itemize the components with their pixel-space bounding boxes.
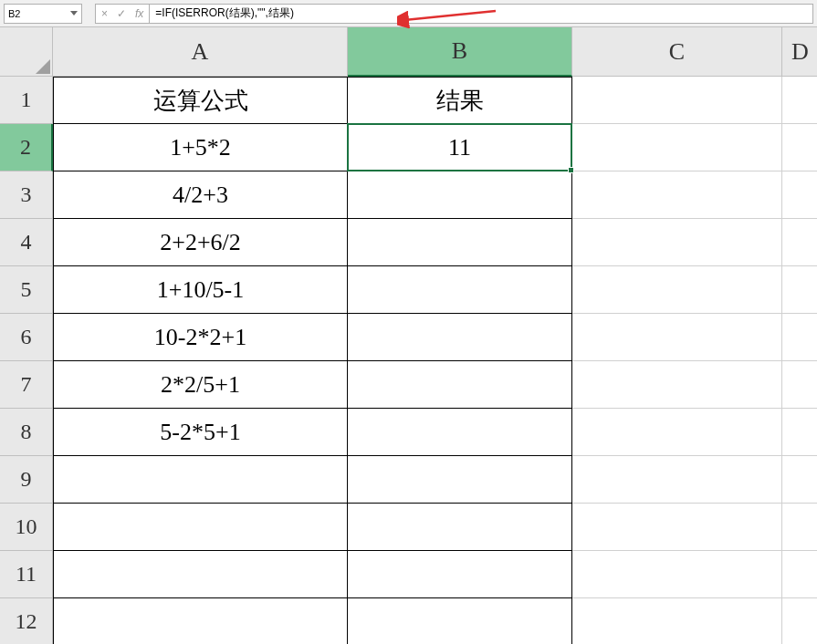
table-row [53, 504, 817, 551]
cell-a1[interactable]: 运算公式 [53, 77, 348, 124]
table-row: 4/2+3 [53, 171, 817, 219]
spreadsheet-grid: A B C D 1 2 3 4 5 6 7 8 9 10 11 12 [0, 27, 817, 644]
cell-d1[interactable] [782, 77, 817, 124]
cell-d10[interactable] [782, 504, 817, 551]
cancel-icon[interactable]: × [101, 7, 108, 20]
column-header-a[interactable]: A [53, 27, 348, 77]
row-header-10[interactable]: 10 [0, 504, 53, 551]
table-row: 1+10/5-1 [53, 266, 817, 314]
column-header-c[interactable]: C [572, 27, 782, 77]
cell-a2[interactable]: 1+5*2 [53, 124, 348, 171]
cell-a10[interactable] [53, 504, 348, 551]
row-header-1[interactable]: 1 [0, 77, 53, 124]
cells-area: 运算公式 结果 1+5*2 11 4/2+3 [53, 77, 817, 644]
cell-d8[interactable] [782, 409, 817, 456]
cell-b1[interactable]: 结果 [348, 77, 572, 124]
cell-b3[interactable] [348, 171, 572, 219]
name-box-dropdown-icon[interactable] [70, 11, 78, 16]
cell-d6[interactable] [782, 314, 817, 361]
cell-d11[interactable] [782, 551, 817, 598]
row-header-5[interactable]: 5 [0, 266, 53, 314]
cell-d3[interactable] [782, 171, 817, 219]
cell-d4[interactable] [782, 219, 817, 266]
formula-text: =IF(ISERROR(结果),"",结果) [155, 5, 294, 21]
cell-c5[interactable] [572, 266, 782, 314]
cell-c10[interactable] [572, 504, 782, 551]
cell-c12[interactable] [572, 598, 782, 644]
enter-icon[interactable]: ✓ [117, 7, 126, 20]
table-row: 5-2*5+1 [53, 409, 817, 456]
cell-a9[interactable] [53, 456, 348, 504]
cell-a3[interactable]: 4/2+3 [53, 171, 348, 219]
arrow-icon [397, 7, 498, 29]
cell-a7[interactable]: 2*2/5+1 [53, 361, 348, 409]
cell-a6[interactable]: 10-2*2+1 [53, 314, 348, 361]
cell-a5[interactable]: 1+10/5-1 [53, 266, 348, 314]
fx-icon[interactable]: fx [135, 7, 143, 20]
row-header-2[interactable]: 2 [0, 124, 53, 171]
cell-c8[interactable] [572, 409, 782, 456]
arrow-annotation [397, 7, 498, 29]
table-row: 10-2*2+1 [53, 314, 817, 361]
cell-b12[interactable] [348, 598, 572, 644]
column-header-b[interactable]: B [348, 27, 572, 77]
cell-b7[interactable] [348, 361, 572, 409]
column-header-d[interactable]: D [782, 27, 817, 77]
cell-a11[interactable] [53, 551, 348, 598]
table-row: 运算公式 结果 [53, 77, 817, 124]
cell-d7[interactable] [782, 361, 817, 409]
row-header-11[interactable]: 11 [0, 551, 53, 598]
table-row [53, 456, 817, 504]
select-all-corner[interactable] [0, 27, 53, 77]
cell-c7[interactable] [572, 361, 782, 409]
name-box[interactable]: B2 [4, 4, 82, 24]
name-box-value: B2 [8, 8, 20, 19]
cell-c3[interactable] [572, 171, 782, 219]
cell-b2[interactable]: 11 [348, 124, 572, 171]
cell-d9[interactable] [782, 456, 817, 504]
cell-a8[interactable]: 5-2*5+1 [53, 409, 348, 456]
table-row [53, 551, 817, 598]
row-header-8[interactable]: 8 [0, 409, 53, 456]
formula-controls: × ✓ fx [95, 4, 150, 24]
row-header-4[interactable]: 4 [0, 219, 53, 266]
column-headers: A B C D [53, 27, 817, 77]
cell-b8[interactable] [348, 409, 572, 456]
select-all-triangle-icon [36, 59, 50, 74]
cell-c2[interactable] [572, 124, 782, 171]
row-header-12[interactable]: 12 [0, 598, 53, 644]
cell-a4[interactable]: 2+2+6/2 [53, 219, 348, 266]
cell-a12[interactable] [53, 598, 348, 644]
row-header-7[interactable]: 7 [0, 361, 53, 409]
row-header-6[interactable]: 6 [0, 314, 53, 361]
cell-d5[interactable] [782, 266, 817, 314]
cell-c11[interactable] [572, 551, 782, 598]
table-row: 2*2/5+1 [53, 361, 817, 409]
row-header-9[interactable]: 9 [0, 456, 53, 504]
cell-c6[interactable] [572, 314, 782, 361]
cell-b4[interactable] [348, 219, 572, 266]
row-headers: 1 2 3 4 5 6 7 8 9 10 11 12 [0, 77, 53, 644]
cell-c1[interactable] [572, 77, 782, 124]
svg-line-1 [404, 11, 496, 20]
row-header-3[interactable]: 3 [0, 171, 53, 219]
cell-d12[interactable] [782, 598, 817, 644]
cell-b9[interactable] [348, 456, 572, 504]
table-row: 1+5*2 11 [53, 124, 817, 171]
cell-c9[interactable] [572, 456, 782, 504]
formula-bar-section: B2 × ✓ fx =IF(ISERROR(结果),"",结果) [0, 0, 817, 27]
cell-b10[interactable] [348, 504, 572, 551]
cell-b6[interactable] [348, 314, 572, 361]
cell-d2[interactable] [782, 124, 817, 171]
cell-b11[interactable] [348, 551, 572, 598]
table-row [53, 598, 817, 644]
cell-b5[interactable] [348, 266, 572, 314]
cell-c4[interactable] [572, 219, 782, 266]
table-row: 2+2+6/2 [53, 219, 817, 266]
